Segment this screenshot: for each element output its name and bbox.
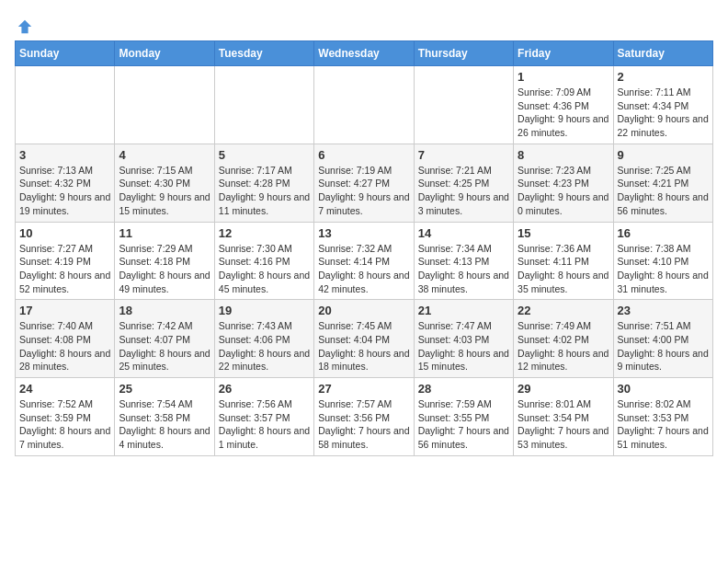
day-number: 4	[119, 148, 210, 162]
day-number: 2	[618, 70, 709, 84]
day-info: Sunrise: 7:45 AMSunset: 4:04 PMDaylight:…	[318, 319, 409, 373]
day-info: Sunrise: 7:30 AMSunset: 4:16 PMDaylight:…	[219, 242, 310, 296]
day-number: 11	[119, 226, 210, 240]
calendar-week-1: 1 Sunrise: 7:09 AMSunset: 4:36 PMDayligh…	[16, 66, 713, 144]
calendar-cell: 25 Sunrise: 7:54 AMSunset: 3:58 PMDaylig…	[115, 378, 214, 456]
weekday-header-monday: Monday	[115, 41, 214, 66]
day-number: 6	[318, 148, 409, 162]
day-number: 7	[418, 148, 509, 162]
calendar-cell: 13 Sunrise: 7:32 AMSunset: 4:14 PMDaylig…	[314, 222, 414, 300]
calendar-cell: 18 Sunrise: 7:42 AMSunset: 4:07 PMDaylig…	[115, 300, 214, 378]
calendar-cell: 2 Sunrise: 7:11 AMSunset: 4:34 PMDayligh…	[613, 66, 712, 144]
day-info: Sunrise: 7:17 AMSunset: 4:28 PMDaylight:…	[219, 164, 310, 218]
day-number: 27	[318, 382, 409, 396]
calendar-cell: 21 Sunrise: 7:47 AMSunset: 4:03 PMDaylig…	[414, 300, 513, 378]
calendar-table: SundayMondayTuesdayWednesdayThursdayFrid…	[15, 40, 713, 456]
calendar-cell	[16, 66, 115, 144]
day-info: Sunrise: 7:57 AMSunset: 3:56 PMDaylight:…	[318, 397, 409, 452]
calendar-cell: 17 Sunrise: 7:40 AMSunset: 4:08 PMDaylig…	[16, 300, 115, 378]
calendar-cell: 16 Sunrise: 7:38 AMSunset: 4:10 PMDaylig…	[613, 222, 712, 300]
day-info: Sunrise: 7:21 AMSunset: 4:25 PMDaylight:…	[418, 164, 509, 218]
calendar-cell: 5 Sunrise: 7:17 AMSunset: 4:28 PMDayligh…	[214, 144, 313, 222]
day-number: 24	[19, 382, 110, 396]
day-info: Sunrise: 7:09 AMSunset: 4:36 PMDaylight:…	[518, 86, 609, 140]
day-info: Sunrise: 7:56 AMSunset: 3:57 PMDaylight:…	[219, 397, 310, 452]
day-number: 13	[318, 226, 409, 240]
calendar-cell	[314, 66, 414, 144]
day-info: Sunrise: 7:54 AMSunset: 3:58 PMDaylight:…	[119, 397, 210, 452]
calendar-cell: 28 Sunrise: 7:59 AMSunset: 3:55 PMDaylig…	[414, 378, 513, 456]
calendar-cell: 26 Sunrise: 7:56 AMSunset: 3:57 PMDaylig…	[214, 378, 313, 456]
calendar-header-row: SundayMondayTuesdayWednesdayThursdayFrid…	[16, 41, 713, 66]
day-info: Sunrise: 7:51 AMSunset: 4:00 PMDaylight:…	[618, 319, 709, 373]
weekday-header-friday: Friday	[514, 41, 613, 66]
day-info: Sunrise: 7:27 AMSunset: 4:19 PMDaylight:…	[19, 242, 110, 296]
day-number: 30	[618, 382, 709, 396]
day-info: Sunrise: 7:36 AMSunset: 4:11 PMDaylight:…	[518, 242, 609, 296]
day-number: 20	[318, 304, 409, 317]
calendar-cell: 11 Sunrise: 7:29 AMSunset: 4:18 PMDaylig…	[115, 222, 214, 300]
day-info: Sunrise: 7:13 AMSunset: 4:32 PMDaylight:…	[19, 164, 110, 218]
day-number: 28	[418, 382, 509, 396]
day-number: 18	[119, 304, 210, 317]
calendar-cell: 3 Sunrise: 7:13 AMSunset: 4:32 PMDayligh…	[16, 144, 115, 222]
day-info: Sunrise: 7:59 AMSunset: 3:55 PMDaylight:…	[418, 397, 509, 452]
day-number: 1	[518, 70, 609, 84]
calendar-cell: 20 Sunrise: 7:45 AMSunset: 4:04 PMDaylig…	[314, 300, 414, 378]
day-info: Sunrise: 8:02 AMSunset: 3:53 PMDaylight:…	[618, 397, 709, 452]
calendar-cell: 1 Sunrise: 7:09 AMSunset: 4:36 PMDayligh…	[514, 66, 613, 144]
day-info: Sunrise: 7:52 AMSunset: 3:59 PMDaylight:…	[19, 397, 110, 452]
day-info: Sunrise: 7:11 AMSunset: 4:34 PMDaylight:…	[618, 86, 709, 140]
calendar-week-5: 24 Sunrise: 7:52 AMSunset: 3:59 PMDaylig…	[16, 378, 713, 456]
calendar-cell: 12 Sunrise: 7:30 AMSunset: 4:16 PMDaylig…	[214, 222, 313, 300]
calendar-cell: 27 Sunrise: 7:57 AMSunset: 3:56 PMDaylig…	[314, 378, 414, 456]
day-number: 25	[119, 382, 210, 396]
page-header	[15, 15, 713, 33]
day-number: 23	[618, 304, 709, 317]
weekday-header-thursday: Thursday	[414, 41, 513, 66]
day-number: 10	[19, 226, 110, 240]
day-number: 22	[518, 304, 609, 317]
day-number: 29	[518, 382, 609, 396]
day-info: Sunrise: 7:15 AMSunset: 4:30 PMDaylight:…	[119, 164, 210, 218]
day-number: 8	[518, 148, 609, 162]
calendar-cell: 19 Sunrise: 7:43 AMSunset: 4:06 PMDaylig…	[214, 300, 313, 378]
day-info: Sunrise: 7:43 AMSunset: 4:06 PMDaylight:…	[219, 319, 310, 373]
calendar-cell: 7 Sunrise: 7:21 AMSunset: 4:25 PMDayligh…	[414, 144, 513, 222]
calendar-cell: 10 Sunrise: 7:27 AMSunset: 4:19 PMDaylig…	[16, 222, 115, 300]
day-number: 19	[219, 304, 310, 317]
calendar-cell	[414, 66, 513, 144]
day-number: 21	[418, 304, 509, 317]
day-number: 14	[418, 226, 509, 240]
calendar-week-2: 3 Sunrise: 7:13 AMSunset: 4:32 PMDayligh…	[16, 144, 713, 222]
day-info: Sunrise: 8:01 AMSunset: 3:54 PMDaylight:…	[518, 397, 609, 452]
svg-marker-0	[18, 20, 31, 33]
weekday-header-saturday: Saturday	[613, 41, 712, 66]
day-info: Sunrise: 7:47 AMSunset: 4:03 PMDaylight:…	[418, 319, 509, 373]
day-number: 17	[19, 304, 110, 317]
calendar-cell	[214, 66, 313, 144]
calendar-cell: 22 Sunrise: 7:49 AMSunset: 4:02 PMDaylig…	[514, 300, 613, 378]
calendar-cell: 29 Sunrise: 8:01 AMSunset: 3:54 PMDaylig…	[514, 378, 613, 456]
calendar-cell: 14 Sunrise: 7:34 AMSunset: 4:13 PMDaylig…	[414, 222, 513, 300]
calendar-cell: 23 Sunrise: 7:51 AMSunset: 4:00 PMDaylig…	[613, 300, 712, 378]
day-info: Sunrise: 7:49 AMSunset: 4:02 PMDaylight:…	[518, 319, 609, 373]
calendar-cell: 9 Sunrise: 7:25 AMSunset: 4:21 PMDayligh…	[613, 144, 712, 222]
day-info: Sunrise: 7:25 AMSunset: 4:21 PMDaylight:…	[618, 164, 709, 218]
weekday-header-tuesday: Tuesday	[214, 41, 313, 66]
calendar-cell: 30 Sunrise: 8:02 AMSunset: 3:53 PMDaylig…	[613, 378, 712, 456]
calendar-cell: 8 Sunrise: 7:23 AMSunset: 4:23 PMDayligh…	[514, 144, 613, 222]
day-info: Sunrise: 7:34 AMSunset: 4:13 PMDaylight:…	[418, 242, 509, 296]
weekday-header-sunday: Sunday	[16, 41, 115, 66]
day-number: 3	[19, 148, 110, 162]
logo	[15, 15, 33, 33]
day-number: 5	[219, 148, 310, 162]
day-number: 9	[618, 148, 709, 162]
day-number: 15	[518, 226, 609, 240]
day-info: Sunrise: 7:42 AMSunset: 4:07 PMDaylight:…	[119, 319, 210, 373]
calendar-cell: 24 Sunrise: 7:52 AMSunset: 3:59 PMDaylig…	[16, 378, 115, 456]
calendar-week-4: 17 Sunrise: 7:40 AMSunset: 4:08 PMDaylig…	[16, 300, 713, 378]
calendar-cell: 6 Sunrise: 7:19 AMSunset: 4:27 PMDayligh…	[314, 144, 414, 222]
day-info: Sunrise: 7:40 AMSunset: 4:08 PMDaylight:…	[19, 319, 110, 373]
logo-icon	[17, 18, 33, 35]
